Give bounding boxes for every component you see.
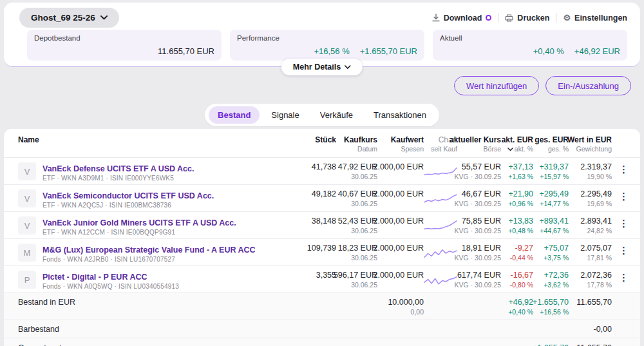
instrument-letter-icon: V [18,189,36,207]
akt-eur-cell: +21,90+0,96 % [501,189,533,208]
add-value-button[interactable]: Wert hinzufügen [454,76,539,95]
barbestand-row: Barbestand -0,00 [4,320,640,338]
settings-button[interactable]: ⚙ Einstellungen [563,14,627,23]
tab-transaktionen[interactable]: Transaktionen [365,106,435,124]
print-button[interactable]: Drucken [505,14,549,23]
akt-eur-cell: +13,83+0,48 % [501,216,533,235]
col-header-wert[interactable]: Wert in EUR Gewichtung [569,135,612,153]
footer-ges-cell: +1.655,70 +16,56 % [533,298,569,316]
col-header-stueck[interactable]: Stück [298,135,336,145]
kaufkurs-cell: 52,43 EUR30.06.25 [336,216,377,235]
instrument-subtitle: ETF · WKN A2QC5J · ISIN IE00BMC38736 [43,201,214,209]
row-menu-button[interactable]: ⋮ [616,218,631,229]
chevron-down-icon [100,15,108,20]
row-menu-button[interactable]: ⋮ [616,191,631,202]
bestand-in-eur-row: Bestand in EUR 10.000,00 0,00 +46,92 +0,… [4,293,640,320]
table-row: P Pictet - Digital - P EUR ACC Fonds · W… [4,265,640,293]
instrument-cell: P Pictet - Digital - P EUR ACC Fonds · W… [18,271,298,291]
instrument-letter-icon: V [18,216,36,235]
print-label: Drucken [517,14,549,23]
col-header-ges-eur[interactable]: ges. EUR ges. % [533,135,569,153]
footer-wert-cell: -0,00 [569,325,612,334]
more-details-label: Mehr Details [293,62,341,72]
tabs-row: Bestand Signale Verkäufe Transaktionen [0,104,644,126]
portfolio-selector[interactable]: Ghost_69 25-26 [19,8,119,28]
metric-depotbestand: Depotbestand 11.655,70 EUR [27,30,222,61]
depot-summary-card: Ghost_69 25-26 Download Drucken ⚙ Einste… [4,3,640,67]
akt-eur-cell: -9,27-0,44 % [501,244,533,262]
kaufkurs-cell: 40,67 EUR30.06.25 [336,189,377,208]
stueck-cell: 3,355 [298,271,336,280]
sparkline-chart [423,164,458,182]
aktueller-kurs-cell: 617,74 EURKVG · 30.09.25 [457,271,501,289]
stueck-cell: 38,148 [298,216,336,226]
gear-icon: ⚙ [563,14,571,22]
instrument-subtitle: ETF · WKN A12CCM · ISIN IE00BQQP9G91 [43,228,236,236]
table-row: V VanEck Semiconductor UCITS ETF USD Acc… [4,184,640,211]
ges-eur-cell: +893,41+44,67 % [533,216,569,235]
akt-eur-cell: +37,13+1,63 % [501,162,533,181]
table-body: V VanEck Defense UCITS ETF A USD Acc. ET… [4,157,640,293]
wert-cell: 2.319,3719,90 % [569,162,612,181]
instrument-cell: M M&G (Lux) European Strategic Value Fun… [18,244,298,264]
chart-cell [424,271,457,291]
kaufkurs-cell: 596,17 EUR30.06.25 [336,271,377,289]
chevron-down-icon [345,65,351,69]
holdings-table: Name Stück Kaufkurs Datum Kaufwert Spese… [4,129,640,346]
instrument-link[interactable]: VanEck Semiconductor UCITS ETF USD Acc. [43,191,214,200]
cash-flow-button[interactable]: Ein-/Auszahlung [545,76,631,95]
col-header-name[interactable]: Name [18,135,298,145]
instrument-link[interactable]: VanEck Defense UCITS ETF A USD Acc. [43,164,194,173]
akt-eur-cell: -16,67-0,80 % [501,271,533,289]
col-header-kaufkurs[interactable]: Kaufkurs Datum [336,135,377,153]
table-row: M M&G (Lux) European Strategic Value Fun… [4,238,640,265]
instrument-link[interactable]: Pictet - Digital - P EUR ACC [43,273,147,282]
row-menu-button[interactable]: ⋮ [616,164,631,175]
metrics-row: Depotbestand 11.655,70 EUR Performance +… [27,30,627,61]
aktueller-kurs-cell: 46,67 EURKVG · 30.09.25 [457,189,501,208]
col-header-aktueller-kurs[interactable]: aktueller Kurs Börse [457,135,501,153]
aktueller-kurs-cell: 55,57 EURKVG · 30.09.25 [457,162,501,181]
aktueller-kurs-cell: 18,91 EURKVG · 30.09.25 [457,244,501,262]
table-row: V VanEck Junior Gold Miners UCITS ETF A … [4,211,640,238]
instrument-letter-icon: V [18,162,36,180]
row-menu-button[interactable]: ⋮ [616,245,631,256]
instrument-subtitle: Fonds · WKN A0Q5WQ · ISIN LU0340554913 [43,282,179,291]
row-menu-button[interactable]: ⋮ [616,272,631,284]
wert-cell: 2.295,4919,69 % [569,189,612,208]
more-details-button[interactable]: Mehr Details [281,59,363,75]
col-header-akt-eur[interactable]: akt. EUR akt. % [501,135,533,153]
aktueller-kurs-cell: 75,85 EURKVG · 30.09.25 [457,216,501,235]
sparkline-chart [423,273,458,291]
wert-cell: 2.075,0717,81 % [569,244,612,262]
footer-kaufwert-cell: 10.000,00 0,00 [377,298,424,316]
instrument-link[interactable]: VanEck Junior Gold Miners UCITS ETF A US… [43,218,236,227]
tab-signale[interactable]: Signale [262,106,308,124]
footer-label: Barbestand [18,325,298,334]
menu-cell: ⋮ [612,271,631,284]
metric-label: Depotbestand [34,34,214,42]
footer-wert-cell: 11.655,70 [569,298,612,307]
ges-eur-cell: +72,36+3,62 % [533,271,569,289]
gesamtwert-row: Gesamtwert +1.655,70 11.655,70 [4,338,640,346]
tab-bestand[interactable]: Bestand [209,106,260,124]
footer-ges-cell: +1.655,70 [533,343,569,346]
menu-cell: ⋮ [612,244,631,256]
download-button[interactable]: Download [432,14,492,23]
metric-label: Performance [237,34,417,42]
metric-value-eur: +46,92 EUR [574,46,620,56]
ges-eur-cell: +319,37+15,97 % [533,162,569,181]
col-header-kaufwert[interactable]: Kaufwert Spesen [377,135,424,153]
instrument-link[interactable]: M&G (Lux) European Strategic Value Fund … [43,245,256,255]
kaufwert-cell: 2.000,00 EUR [377,271,424,280]
kaufwert-cell: 2.000,00 EUR [377,244,424,253]
download-icon [432,14,440,22]
tab-verkaeufe[interactable]: Verkäufe [311,106,362,124]
table-row: V VanEck Defense UCITS ETF A USD Acc. ET… [4,157,640,184]
chart-cell [424,162,457,182]
premium-badge-icon [486,15,491,21]
wert-cell: 2.893,4124,82 % [569,216,612,235]
tabs-container: Bestand Signale Verkäufe Transaktionen [205,104,439,126]
metric-value: 11.655,70 EUR [158,46,214,56]
kaufkurs-cell: 18,23 EUR30.06.25 [336,244,377,262]
